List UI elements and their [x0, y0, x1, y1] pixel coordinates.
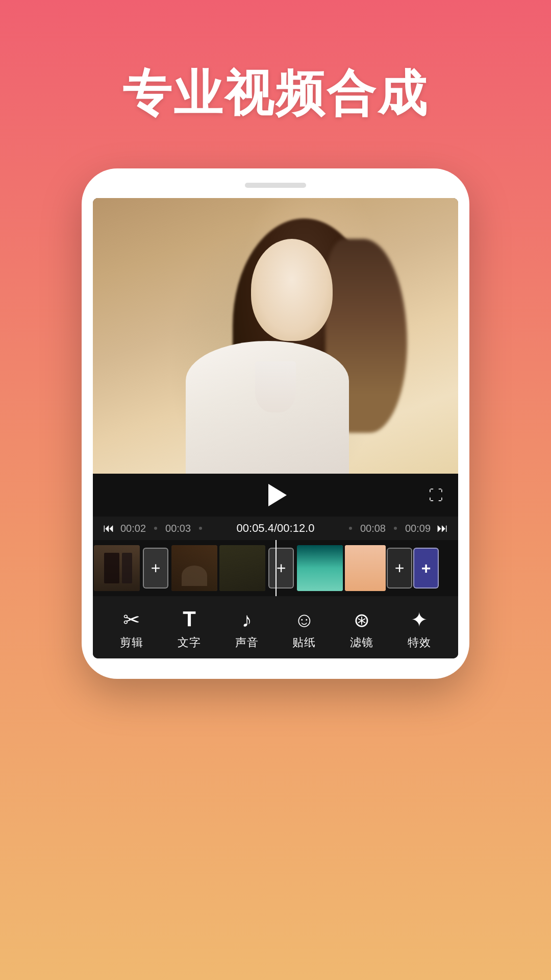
tool-audio-label: 声音 — [235, 635, 259, 650]
time-marker-3: 00:08 — [360, 523, 386, 534]
text-icon — [183, 608, 196, 630]
current-time-display: 00:05.4/00:12.0 — [226, 522, 325, 535]
scissors-icon — [123, 609, 140, 630]
tool-filter-label: 滤镜 — [350, 635, 373, 650]
phone-speaker — [245, 183, 306, 188]
add-icon-3: + — [395, 559, 405, 578]
tool-sticker[interactable]: 贴纸 — [284, 609, 324, 650]
clip-add-button-3[interactable]: + — [387, 548, 412, 589]
hero-title: 专业视频合成 — [122, 61, 429, 128]
timeline-start-icon: ⏮ — [103, 522, 114, 535]
time-marker-2: 00:03 — [165, 523, 191, 534]
tool-cut[interactable]: 剪辑 — [111, 609, 152, 650]
clip-add-button-1[interactable]: + — [143, 548, 168, 589]
phone-mockup: ⛶ ⏮ 00:02 00:03 00:05.4/00:12.0 00:08 00… — [82, 168, 469, 679]
fullscreen-button[interactable]: ⛶ — [429, 487, 443, 504]
add-icon-last: + — [421, 559, 431, 578]
play-button[interactable] — [268, 484, 287, 506]
effects-icon — [411, 609, 428, 630]
music-icon — [242, 609, 252, 630]
phone-screen: ⛶ ⏮ 00:02 00:03 00:05.4/00:12.0 00:08 00… — [93, 198, 458, 658]
clip-add-last[interactable]: + — [413, 548, 439, 589]
clip-add-button-2[interactable]: + — [268, 548, 294, 589]
video-preview — [93, 198, 458, 474]
filter-icon: ⊛ — [354, 610, 370, 630]
timeline-end-icon: ⏭ — [437, 522, 448, 535]
clip-1[interactable] — [94, 545, 140, 591]
video-controls: ⛶ — [93, 474, 458, 517]
portrait-face — [251, 239, 333, 341]
tool-effects-label: 特效 — [408, 635, 431, 650]
sticker-icon — [294, 609, 315, 630]
tool-sticker-label: 贴纸 — [292, 635, 316, 650]
clip-5[interactable] — [297, 545, 343, 591]
tool-filter[interactable]: ⊛ 滤镜 — [341, 610, 382, 650]
tool-text-label: 文字 — [178, 635, 201, 650]
time-marker-1: 00:02 — [120, 523, 146, 534]
toolbar: 剪辑 文字 声音 贴纸 ⊛ 滤镜 特效 — [93, 596, 458, 658]
clip-4[interactable] — [219, 545, 265, 591]
tool-text[interactable]: 文字 — [169, 608, 210, 650]
timeline-cursor — [276, 540, 277, 596]
clip-5b[interactable] — [345, 545, 386, 591]
clip-3[interactable] — [171, 545, 217, 591]
timeline-bar[interactable]: ⏮ 00:02 00:03 00:05.4/00:12.0 00:08 00:0… — [93, 517, 458, 540]
timeline-right: 00:08 00:09 — [331, 523, 431, 534]
portrait-coat-collar — [255, 361, 296, 412]
tool-effects[interactable]: 特效 — [399, 609, 440, 650]
tool-audio[interactable]: 声音 — [227, 609, 267, 650]
clips-row[interactable]: + + + + — [93, 540, 458, 596]
add-icon-1: + — [151, 559, 161, 578]
timeline-left: 00:02 00:03 — [120, 523, 220, 534]
tool-cut-label: 剪辑 — [120, 635, 143, 650]
time-marker-4: 00:09 — [405, 523, 431, 534]
add-icon-2: + — [277, 559, 286, 578]
